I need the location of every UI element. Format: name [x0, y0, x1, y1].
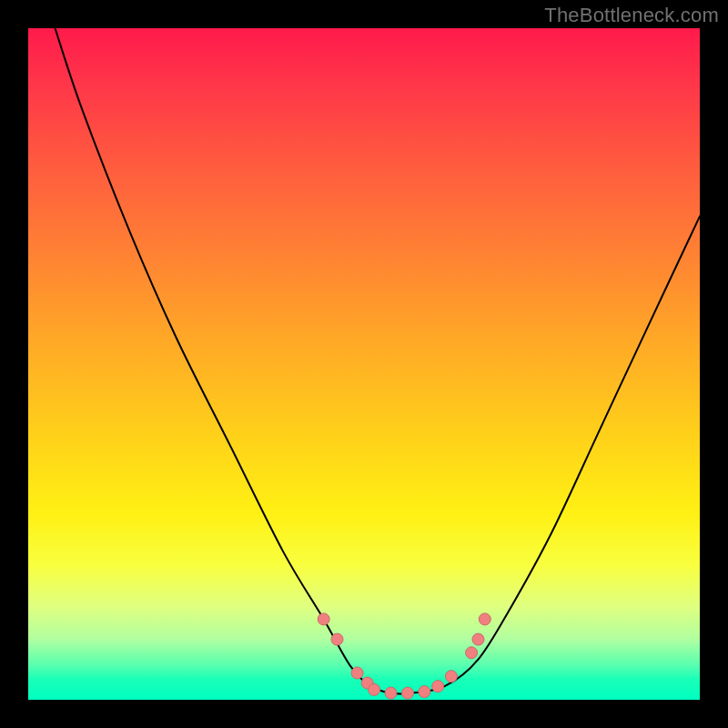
curve-marker: [351, 667, 363, 679]
curve-marker: [402, 687, 414, 699]
bottleneck-curve: [56, 28, 701, 694]
chart-frame: TheBottleneck.com: [0, 0, 728, 728]
watermark-text: TheBottleneck.com: [544, 4, 719, 27]
curve-marker: [419, 686, 430, 698]
curve-marker: [466, 647, 478, 659]
curve-marker: [479, 613, 490, 625]
curve-marker: [472, 633, 484, 645]
curve-marker: [331, 633, 343, 645]
curve-marker: [385, 687, 397, 699]
curve-marker: [369, 683, 380, 695]
curve-marker: [432, 681, 444, 693]
plot-area: [28, 28, 700, 700]
curve-layer: [28, 28, 700, 700]
curve-marker: [318, 613, 329, 625]
curve-marker: [445, 671, 457, 682]
